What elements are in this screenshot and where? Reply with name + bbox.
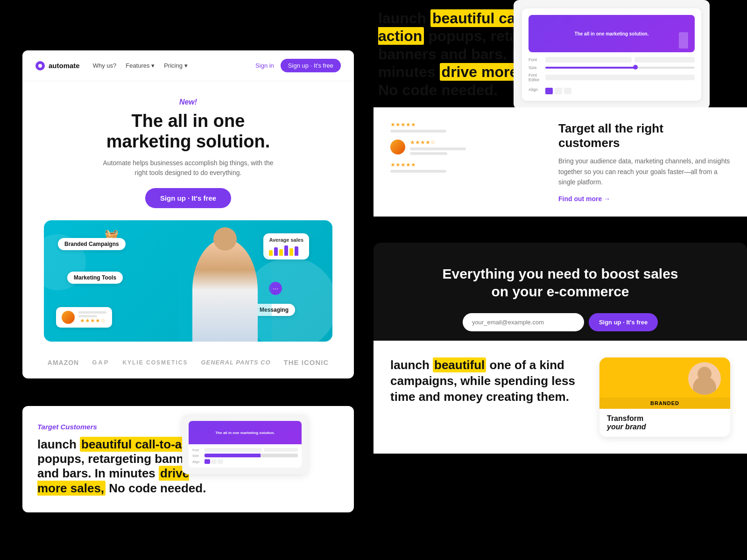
bottom-mockup-preview: The all in one marketing solution. [189,421,302,444]
bottom-mockup-fields: Font Size Align [189,444,302,468]
mockup-fields: Font Size Font Editor Align [529,57,695,94]
mockup-label-align: Align [529,87,543,92]
rating-stars3: ★★★★★ [390,161,540,173]
nav-links: Why us? Features ▾ Pricing ▾ [93,62,255,69]
align-btn-active [545,88,553,94]
bar6 [295,246,298,256]
mockup-row1: Font [529,57,695,63]
bar2 [274,247,278,256]
title-no-code: No code needed. [109,481,206,495]
target-right: Target all the right customers Bring you… [558,121,730,203]
cta-email-input[interactable] [463,313,584,331]
target-title: Target all the right customers [558,121,730,150]
field-bar-1b [264,448,298,452]
mockup-input-font [545,57,632,63]
bar5 [289,248,293,256]
review-lines [78,311,106,317]
title-launch: launch [37,437,80,451]
cta-title-line2: on your e-commerce [491,284,629,299]
nav-pricing[interactable]: Pricing ▾ [164,62,187,69]
rating-row1: ★★★★★ [390,121,540,133]
pill-branded-campaigns: Branded Campaigns [58,238,126,250]
branded-label: BRANDED [599,398,730,409]
branded-transform: Transform your brand [607,414,723,431]
cta-title-line1: Everything you need to boost sales [442,266,678,281]
align-btn-3 [218,459,223,464]
cta-signup-button[interactable]: Sign up · It's free [589,313,658,331]
rating-row2: ★★★★☆ [390,139,540,155]
hero-title-line2: marketing solution. [106,132,270,151]
nav-features[interactable]: Features ▾ [126,62,155,69]
nav-signup-button[interactable]: Sign up · It's free [281,59,341,72]
rating-rows: ★★★★★ ★★★★☆ ★★★★★ [390,121,540,173]
field-label-1: Font [192,448,203,452]
rating-stars1: ★★★★★ [390,121,540,133]
bottom-right-text: launch beautiful one of a kind campaigns… [390,357,585,437]
align-buttons [204,459,223,464]
cta-title: Everything you need to boost sales on yo… [402,265,719,300]
logo: automate [35,61,80,70]
mockup-field-row2: Size [192,454,298,457]
find-out-more-link[interactable]: Find out more → [558,195,730,203]
review-avatar [62,311,75,324]
avg-sales-label: Average sales [269,237,303,243]
rating-row3: ★★★★★ [390,161,540,173]
person-silhouette [192,239,258,342]
rating-bar2b [410,152,447,155]
logo-text: automate [49,62,80,70]
left-panel: automate Why us? Features ▾ Pricing ▾ Si… [22,50,354,378]
branded-person [688,362,721,395]
nav-why-us[interactable]: Why us? [93,62,117,69]
avg-sales-bars [269,245,303,256]
nav-actions: Sign in Sign up · It's free [255,59,341,72]
align-btn-1 [204,459,210,464]
target-desc: Bring your audience data, marketing chan… [558,156,730,187]
brand-kylie: KYLIE COSMETICS [122,359,188,366]
brand-gap: GAP [92,359,109,366]
hero-image-area: 🧺 Branded Campaigns Marketing Tools Aver… [44,220,332,342]
review-stars: ★★★★☆ [78,317,106,324]
align-btn-2 [555,88,562,94]
bar4 [284,245,288,256]
rating-stars2: ★★★★☆ [410,139,540,155]
cta-email-row: Sign up · It's free [402,313,719,331]
branded-brand-text: your brand [607,423,646,431]
target-left: ★★★★★ ★★★★☆ ★★★★★ [390,121,540,173]
mockup-input-editor [545,75,695,80]
hero-signup-button[interactable]: Sign up · It's free [145,188,231,208]
hero-section: New! The all in one marketing solution. … [22,81,354,342]
field-bar-2 [204,454,298,457]
brands-row: amazon GAP KYLIE COSMETICS General Pants… [22,352,354,378]
review-line1 [78,311,106,314]
stars2: ★★★★☆ [410,139,540,146]
hero-new-label: New! [35,98,341,106]
align-btn-3 [564,88,571,94]
mockup-align-btns [545,88,571,94]
person-head [213,227,237,251]
branded-card-body: Transform your brand [599,409,730,437]
logo-icon [35,61,45,70]
mockup-slider-fill [545,67,635,69]
mockup-label-font: Font [529,57,543,62]
sign-in-link[interactable]: Sign in [255,62,274,69]
target-title-line1: Target all the right [558,121,663,135]
stars3: ★★★★★ [390,161,540,168]
target-section: ★★★★★ ★★★★☆ ★★★★★ [374,107,747,217]
branded-transform-text: Transform [607,414,643,422]
review-card: ★★★★☆ [56,307,112,328]
mockup-card-top-right: The all in one marketing solution. Font … [514,0,710,109]
hero-title-line1: The all in one [132,111,245,131]
field-label-2: Size [192,454,203,457]
mockup-input-font2 [634,57,695,63]
avg-sales-card: Average sales [263,233,309,259]
brand-amazon: amazon [48,359,79,366]
mockup-label-editor: Font Editor [529,73,543,82]
field-label-3: Align [192,460,203,463]
mockup-inner: The all in one marketing solution. Font … [522,8,701,101]
bottom-highlight-beautiful: beautiful [433,357,486,372]
person-placeholder [178,220,272,342]
hero-title: The all in one marketing solution. [35,111,341,152]
rating-bar1 [390,130,446,133]
mockup-phone-icon [679,32,688,49]
navbar: automate Why us? Features ▾ Pricing ▾ Si… [22,50,354,81]
